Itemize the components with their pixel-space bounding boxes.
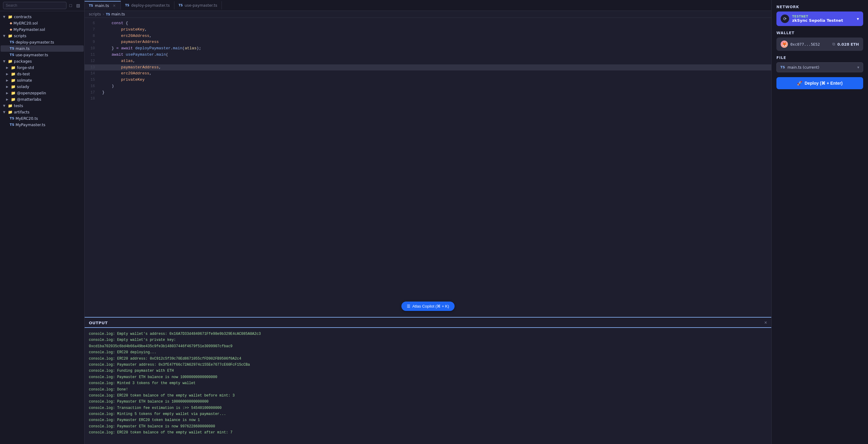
folder-artifacts-label: artifacts [14,110,30,114]
wallet-avatar: 🦊 [781,40,788,48]
log-line: console.log: Empty wallet's address: 0x1… [89,331,767,337]
network-name: zkSync Sepolia Testnet [792,18,843,23]
breadcrumb-file: TS main.ts [106,12,125,16]
folder-artifacts[interactable]: ▼ 📁 artifacts [1,109,84,115]
new-folder-button[interactable]: ▧ [75,2,81,8]
wallet-left: 🦊 0xc077...5E52 [781,40,820,48]
folder-scripts[interactable]: ▼ 📁 scripts [1,33,84,39]
folder-matterlabs[interactable]: ▶ 📁 @matterlabs [1,96,84,102]
folder-solady[interactable]: ▶ 📁 solady [1,84,84,90]
chevron-down-icon: ▼ [3,104,7,107]
code-line: 14 erc20Address, [85,70,771,77]
folder-solmate[interactable]: ▶ 📁 solmate [1,77,84,84]
file-myerc20-sol-label: MyERC20.sol [13,21,37,25]
file-mypaymaster-ts[interactable]: TS MyPaymaster.ts [1,122,84,128]
network-card[interactable]: ⟳ TESTNET zkSync Sepolia Testnet ▾ [776,11,863,26]
folder-icon: 📁 [11,65,16,70]
folder-openzeppelin[interactable]: ▶ 📁 @openzeppelin [1,90,84,96]
chevron-right-icon: ▶ [6,79,10,82]
sidebar: □ ▧ ▼ 📁 contracts ◆ MyERC20.sol ◆ MyPaym… [0,0,85,444]
search-bar: □ ▧ [0,0,84,11]
file-use-paymaster-ts-label: use-paymaster.ts [16,53,48,57]
main-area: TS main.ts ✕ TS deploy-paymaster.ts TS u… [85,0,771,444]
folder-icon: 📁 [8,103,13,108]
sol-icon: ◆ [10,28,12,31]
folder-forge-std-label: forge-std [17,65,34,70]
output-close-button[interactable]: × [764,320,767,325]
network-section-title: NETWORK [776,5,863,9]
file-myerc20-sol[interactable]: ◆ MyERC20.sol [1,20,84,26]
file-myerc20-ts-label: MyERC20.ts [16,116,38,121]
copilot-icon: ☰ [407,304,410,308]
file-mypaymaster-sol[interactable]: ◆ MyPaymaster.sol [1,26,84,33]
folder-solady-label: solady [17,84,29,89]
file-select-dropdown[interactable]: TS main.ts (current) ▾ [776,62,863,72]
folder-tests-label: tests [14,103,23,108]
folder-tests[interactable]: ▼ 📁 tests [1,102,84,109]
deploy-button[interactable]: 🚀 Deploy (⌘ + Enter) [776,77,863,89]
folder-icon: 📁 [8,34,13,38]
network-info-left: ⟳ TESTNET zkSync Sepolia Testnet [781,14,843,23]
ts-icon: TS [125,4,129,7]
file-use-paymaster-ts[interactable]: TS use-paymaster.ts [1,52,84,58]
ts-icon: TS [780,65,785,69]
chevron-down-icon: ▼ [3,110,7,114]
file-main-ts[interactable]: TS main.ts [1,46,84,52]
copilot-button[interactable]: ☰ Atlas Copilot (⌘ + K) [401,301,455,311]
folder-packages-label: packages [14,59,32,63]
ts-icon: TS [10,123,14,127]
folder-scripts-label: scripts [14,34,26,38]
rocket-icon: 🚀 [797,81,802,86]
code-line: 7 privateKey, [85,27,771,33]
eth-balance: 0.028 ETH [837,42,859,47]
log-line: console.log: ERC20 token balance of the … [89,392,767,398]
ts-icon: TS [10,40,14,44]
code-line: 10 } = await deployPaymaster.main(atlas)… [85,46,771,52]
folder-contracts[interactable]: ▼ 📁 contracts [1,13,84,20]
code-line: 15 privateKey [85,77,771,83]
network-logo: ⟳ [781,14,789,23]
folder-icon: 📁 [11,97,16,101]
log-line: console.log: Done! [89,387,767,392]
folder-icon: 📁 [11,91,16,95]
log-line: console.log: Empty wallet's private key: [89,337,767,343]
chevron-right-icon: ▶ [6,85,10,88]
log-line: console.log: Paymaster ETH balance is 10… [89,398,767,405]
wallet-section: WALLET 🦊 0xc077...5E52 ⧉ 0.028 ETH [776,31,863,51]
folder-forge-std[interactable]: ▶ 📁 forge-std [1,64,84,71]
folder-ds-test[interactable]: ▶ 📁 ds-test [1,71,84,77]
code-line: 16 ) [85,83,771,90]
chevron-down-icon: ▾ [857,16,859,21]
log-line: console.log: Funding paymaster with ETH [89,368,767,374]
folder-contracts-label: contracts [14,14,31,19]
ts-icon: TS [10,47,14,51]
search-input[interactable] [3,2,66,9]
tab-deploy-paymaster-ts-label: deploy-paymaster.ts [131,3,170,7]
file-main-ts-label: main.ts [16,46,30,51]
chevron-down-icon: ▾ [857,65,859,69]
file-myerc20-ts[interactable]: TS MyERC20.ts [1,115,84,122]
network-badge: TESTNET [792,15,843,18]
log-line: console.log: Transaction fee estimation … [89,405,767,411]
folder-icon: 📁 [8,110,13,114]
tab-main-ts[interactable]: TS main.ts ✕ [85,1,121,10]
tab-close-main-ts[interactable]: ✕ [112,4,116,8]
folder-icon: 📁 [8,14,13,19]
chevron-right-icon: ▶ [6,72,10,76]
copy-address-button[interactable]: ⧉ [832,42,835,47]
log-line: console.log: ERC20 deploying... [89,349,767,355]
tab-use-paymaster-ts[interactable]: TS use-paymaster.ts [175,1,222,9]
code-editor[interactable]: 6 const { 7 privateKey, 8 erc20Address, … [85,18,771,104]
folder-packages[interactable]: ▼ 📁 packages [1,58,84,64]
file-deploy-paymaster-ts[interactable]: TS deploy-paymaster.ts [1,39,84,46]
log-line: console.log: Minted 3 tokens for the emp… [89,380,767,386]
chevron-right-icon: ▶ [6,98,10,101]
ts-icon: TS [10,116,14,120]
new-file-button[interactable]: □ [68,2,73,8]
log-line: console.log: Paymaster ETH balance is no… [89,423,767,430]
code-line: 11 await usePaymaster.main( [85,52,771,58]
log-line: console.log: Paymaster ETH balance is no… [89,374,767,380]
wallet-section-title: WALLET [776,31,863,35]
tab-deploy-paymaster-ts[interactable]: TS deploy-paymaster.ts [121,1,175,9]
network-info: TESTNET zkSync Sepolia Testnet [792,15,843,23]
